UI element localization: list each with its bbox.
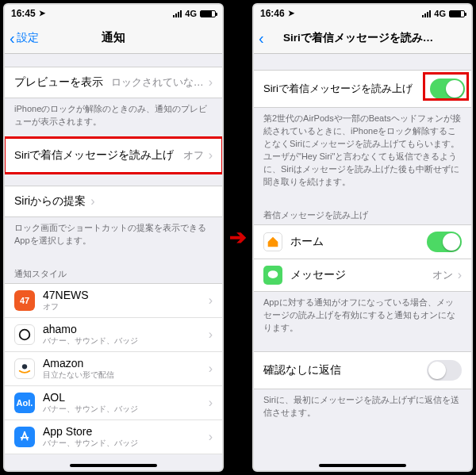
section-header-style: 通知スタイル xyxy=(5,257,222,283)
home-icon xyxy=(263,232,282,251)
chevron-left-icon: ‹ xyxy=(259,30,264,46)
app-icon: Aol. xyxy=(14,393,35,413)
app-name: 47NEWS xyxy=(43,289,201,301)
home-indicator[interactable] xyxy=(319,464,406,467)
app-row-47news[interactable]: 47 47NEWS オフ › xyxy=(5,284,222,318)
chevron-right-icon: › xyxy=(209,293,213,308)
row-home-app[interactable]: ホーム xyxy=(254,224,471,259)
app-row-amazon[interactable]: Amazon 目立たない形で配信 › xyxy=(5,352,222,386)
signal-icon xyxy=(422,10,431,17)
nav-bar: ‹ 設定 通知 xyxy=(5,22,222,54)
scroll-area[interactable]: Siriで着信メッセージを読み上げ 第2世代のAirPodsや一部のBeatsヘ… xyxy=(254,54,471,470)
row-siri-suggestions[interactable]: Siriからの提案 › xyxy=(5,186,222,217)
app-icon xyxy=(14,358,35,379)
signal-icon xyxy=(173,10,182,17)
row-label: Siriで着信メッセージを読み上げ xyxy=(263,82,413,96)
row-master-toggle[interactable]: Siriで着信メッセージを読み上げ xyxy=(254,70,471,108)
back-button[interactable]: ‹ 設定 xyxy=(10,30,39,46)
nav-bar: ‹ Siriで着信メッセージを読み上げ xyxy=(254,22,471,54)
app-name: Amazon xyxy=(43,357,201,370)
location-icon: ➤ xyxy=(288,9,294,17)
row-label: ホーム xyxy=(290,235,324,249)
page-title: Siriで着信メッセージを読み上げ xyxy=(283,31,442,45)
app-row-aol[interactable]: Aol. AOL バナー、サウンド、バッジ › xyxy=(5,386,222,420)
app-sub: バナー、サウンド、バッジ xyxy=(43,438,201,449)
row-preview[interactable]: プレビューを表示 ロックされていな… › xyxy=(5,67,222,98)
chevron-left-icon: ‹ xyxy=(10,30,15,46)
status-time: 16:45 xyxy=(11,8,36,19)
row-label: メッセージ xyxy=(290,268,346,282)
master-toggle[interactable] xyxy=(430,79,465,99)
battery-icon xyxy=(449,10,465,17)
app-sub: バナー、サウンド、バッジ xyxy=(43,404,201,415)
status-time: 16:46 xyxy=(260,8,285,19)
row-siri-announce[interactable]: Siriで着信メッセージを読み上げ オフ › xyxy=(5,138,222,173)
chevron-right-icon: › xyxy=(209,362,213,376)
phone-right: 16:46 ➤ 4G ‹ Siriで着信メッセージを読み上げ Siriで着信メッ… xyxy=(252,3,473,472)
app-name: App Store xyxy=(43,425,201,438)
app-name: ahamo xyxy=(43,323,201,335)
app-sub: 目立たない形で配信 xyxy=(43,370,201,381)
network-label: 4G xyxy=(185,9,197,18)
app-icon: 47 xyxy=(14,290,35,311)
chevron-right-icon: › xyxy=(458,268,462,282)
row-label: 確認なしに返信 xyxy=(263,363,341,377)
row-label: Siriからの提案 xyxy=(14,194,86,209)
back-button[interactable]: ‹ xyxy=(259,30,264,46)
home-toggle[interactable] xyxy=(427,232,462,252)
confirm-footer: Siriに、最初にメッセージを読み上げずに返信を送信させます。 xyxy=(254,389,471,429)
messages-icon xyxy=(263,266,282,285)
master-footer: 第2世代のAirPodsや一部のBeatsヘッドフォンが接続されているときに、i… xyxy=(254,108,471,198)
chevron-right-icon: › xyxy=(209,75,213,90)
status-bar: 16:46 ➤ 4G xyxy=(254,5,471,22)
row-messages-app[interactable]: メッセージ オン › xyxy=(254,259,471,292)
svg-point-0 xyxy=(20,329,30,339)
app-sub: バナー、サウンド、バッジ xyxy=(43,335,201,347)
app-icon xyxy=(14,324,35,345)
page-title: 通知 xyxy=(102,30,125,45)
phone-left: 16:45 ➤ 4G ‹ 設定 通知 プレビューを表示 ロックされていな… › … xyxy=(3,3,224,472)
chevron-right-icon: › xyxy=(209,430,213,444)
app-row-ahamo[interactable]: ahamo バナー、サウンド、バッジ › xyxy=(5,318,222,352)
row-confirm-reply[interactable]: 確認なしに返信 xyxy=(254,351,471,389)
row-value: オフ xyxy=(183,148,204,163)
row-label: プレビューを表示 xyxy=(14,75,103,90)
chevron-right-icon: › xyxy=(209,328,213,342)
arrow-icon: ➔ xyxy=(227,225,249,250)
app-name: AOL xyxy=(43,391,201,404)
back-label: 設定 xyxy=(17,31,39,45)
chevron-right-icon: › xyxy=(209,148,213,163)
app-icon xyxy=(14,427,35,447)
row-value: ロックされていな… xyxy=(111,75,204,90)
preview-footer: iPhoneのロックが解除のときのみ、通知のプレビューが表示されます。 xyxy=(5,98,222,138)
scroll-area[interactable]: プレビューを表示 ロックされていな… › iPhoneのロックが解除のときのみ、… xyxy=(5,54,222,470)
app-list: 47 47NEWS オフ › ahamo バナー、サウンド、バッジ › xyxy=(5,283,222,454)
status-bar: 16:45 ➤ 4G xyxy=(5,5,222,22)
network-label: 4G xyxy=(434,9,446,18)
confirm-toggle[interactable] xyxy=(427,360,462,381)
app-sub: オフ xyxy=(43,301,201,312)
chevron-right-icon: › xyxy=(209,396,213,410)
battery-icon xyxy=(200,10,216,17)
home-indicator[interactable] xyxy=(70,464,157,467)
chevron-right-icon: › xyxy=(90,194,94,209)
apps-footer: Appに対する通知がオフになっている場合、メッセージの読み上げを有効にすると通知… xyxy=(254,292,471,344)
app-row-appstore[interactable]: App Store バナー、サウンド、バッジ › xyxy=(5,420,222,454)
row-label: Siriで着信メッセージを読み上げ xyxy=(14,148,175,163)
location-icon: ➤ xyxy=(39,9,45,17)
section-header-apps: 着信メッセージを読み上げ xyxy=(254,198,471,224)
row-value: オン xyxy=(432,268,453,282)
siri-suggest-footer: ロック画面でショートカットの提案を表示できるAppを選択します。 xyxy=(5,217,222,257)
svg-point-1 xyxy=(22,364,27,369)
svg-point-2 xyxy=(268,270,278,278)
